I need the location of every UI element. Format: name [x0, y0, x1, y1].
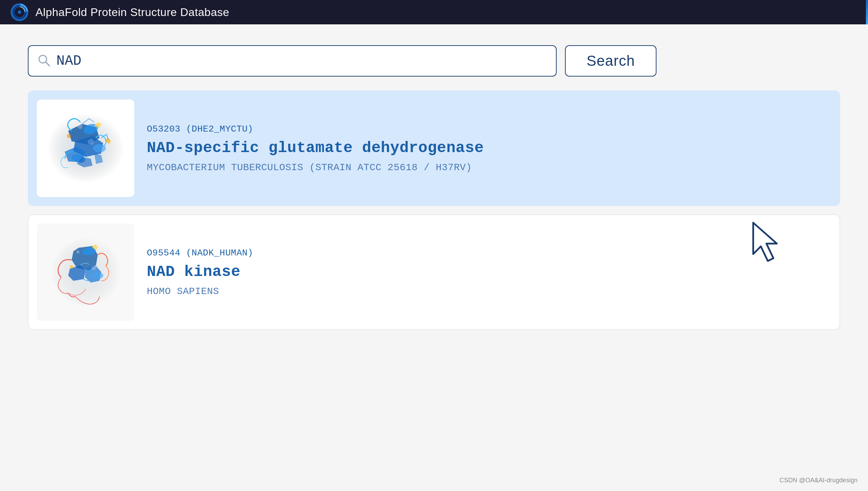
protein-image-1	[37, 100, 134, 197]
result-name-2: NAD kinase	[147, 263, 831, 280]
logo-container: AlphaFold Protein Structure Database	[10, 3, 229, 21]
result-name-1: NAD-specific glutamate dehydrogenase	[147, 139, 831, 157]
result-id-1: O53203 (DHE2_MYCTU)	[147, 124, 831, 134]
search-button[interactable]: Search	[565, 45, 656, 77]
svg-point-11	[92, 272, 103, 279]
svg-point-1	[18, 10, 21, 14]
protein-structure-svg-1	[40, 103, 131, 193]
result-organism-2: HOMO SAPIENS	[147, 286, 831, 297]
svg-point-13	[77, 251, 79, 253]
search-container: Search	[28, 45, 840, 77]
alphafold-logo-icon	[10, 3, 29, 21]
result-id-2: O95544 (NADK_HUMAN)	[147, 248, 831, 258]
cursor-arrow	[750, 219, 791, 266]
svg-marker-14	[753, 223, 777, 261]
top-navigation-bar: AlphaFold Protein Structure Database	[0, 0, 868, 24]
result-card-1[interactable]: O53203 (DHE2_MYCTU) NAD-specific glutama…	[28, 90, 840, 206]
top-bar-accent	[866, 0, 868, 24]
results-container: O53203 (DHE2_MYCTU) NAD-specific glutama…	[28, 90, 840, 330]
result-info-2: O95544 (NADK_HUMAN) NAD kinase HOMO SAPI…	[147, 248, 831, 297]
main-content: Search	[0, 24, 868, 491]
result-info-1: O53203 (DHE2_MYCTU) NAD-specific glutama…	[147, 124, 831, 173]
svg-point-12	[70, 265, 73, 269]
search-input-wrapper[interactable]	[28, 45, 557, 77]
watermark: CSDN @OA&AI-drugdesign	[780, 477, 858, 484]
app-title: AlphaFold Protein Structure Database	[35, 6, 229, 19]
result-organism-1: MYCOBACTERIUM TUBERCULOSIS (STRAIN ATCC …	[147, 162, 831, 173]
protein-image-2	[37, 223, 134, 321]
protein-structure-svg-2	[40, 227, 131, 317]
search-icon	[37, 53, 51, 69]
svg-point-8	[67, 134, 71, 138]
result-card-2[interactable]: O95544 (NADK_HUMAN) NAD kinase HOMO SAPI…	[28, 214, 840, 330]
search-input[interactable]	[56, 53, 548, 69]
svg-line-3	[46, 62, 49, 66]
